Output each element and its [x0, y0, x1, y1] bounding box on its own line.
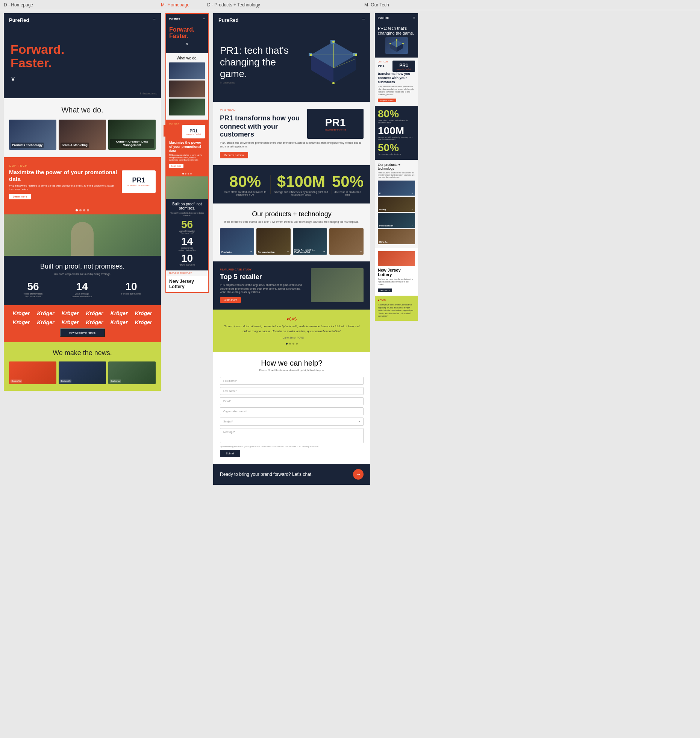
form-submit-button[interactable]: Submit — [220, 450, 240, 457]
dp-product-card-4[interactable]: → — [329, 228, 364, 255]
cta-circle-button[interactable]: → — [353, 469, 364, 480]
mobile-pr1-learn-button[interactable]: Learn more — [169, 164, 183, 168]
m-product-card-2[interactable]: Pricing... → — [378, 197, 415, 212]
dp-case-learn-button[interactable]: Learn more — [220, 297, 241, 303]
dp-products-tech: Our products + technology If the solutio… — [213, 203, 370, 261]
kroger-logo-7: Kröger — [13, 319, 30, 325]
mobile-service-2[interactable] — [169, 80, 205, 97]
m-product-card-4[interactable]: Many X... → — [378, 229, 415, 244]
news-card-3[interactable]: Explore Us — [108, 361, 156, 384]
m-dot-3[interactable] — [188, 173, 189, 175]
desktop-home-news: We make the news. Explore Us Explore Us … — [4, 342, 161, 391]
m-dot-2[interactable] — [185, 173, 186, 175]
svg-point-19 — [402, 43, 404, 44]
dp-case-study: Featured Case Study Top 5 retailer PR1 e… — [213, 261, 370, 310]
news-card-2[interactable]: Explore Us — [59, 361, 106, 384]
what-we-do-heading: What we do. — [9, 106, 156, 114]
kroger-logo-3: Kröger — [62, 310, 79, 316]
desktop-products-hamburger-icon[interactable]: ≡ — [362, 17, 365, 23]
stats-row: 56 years of innovationYep, since 1967 14… — [9, 281, 156, 299]
message-field[interactable]: Message* — [220, 428, 364, 443]
subject-select[interactable]: Subject* ▾ — [220, 418, 364, 426]
service-card-3[interactable]: Content Creation Data Management — [108, 120, 156, 150]
dot-3[interactable] — [83, 209, 85, 211]
mobile-stat-3-label: Fortune 500 Clients — [169, 264, 205, 266]
m-tech-products-heading: Our products + technology — [378, 163, 415, 170]
contact-heading: How we can help? — [220, 359, 364, 367]
dp-product-arrow-2: → — [286, 250, 289, 253]
m-product-card-1[interactable]: P... → — [378, 181, 415, 196]
dp-stat-1: 80% more offers created and delivered to… — [220, 173, 270, 196]
firstname-field[interactable]: First name* — [220, 377, 364, 385]
how-deliver-results-button[interactable]: How we deliver results — [60, 328, 105, 337]
m-pr1-logo-card: PR1 powered by PureRed — [392, 61, 415, 72]
testimonial-attribution: — Jane Smith / CVS — [220, 336, 364, 339]
mobile-stats-heading: Built on proof, not promises. — [169, 202, 205, 210]
col2-header: M- Homepage — [161, 2, 207, 8]
kroger-logo-5: Kröger — [111, 310, 128, 316]
mobile-tech-heading: PR1: tech that's changing the game. — [378, 26, 415, 36]
m-tech-request-button[interactable]: Request a demo — [378, 99, 396, 102]
m-nj-learn-button[interactable]: Learn more — [378, 289, 392, 292]
m-product-card-3[interactable]: Personalization → — [378, 213, 415, 228]
news-card-1[interactable]: Explore Us — [9, 361, 56, 384]
dp-request-demo-button[interactable]: Request a demo — [220, 152, 248, 158]
dp-product-card-2[interactable]: Personalization → — [256, 228, 291, 255]
service-card-1[interactable]: Products Technology — [9, 120, 56, 150]
inbasecamp-label: In basecamp — [140, 92, 157, 95]
mobile-home-hamburger-icon[interactable]: ≡ — [203, 17, 205, 20]
m-tech-stat-3-label: decrease in production time — [378, 153, 415, 156]
mobile-side-indicator — [164, 125, 165, 137]
t-dot-4[interactable] — [296, 343, 298, 345]
m-dot-1[interactable] — [182, 173, 184, 175]
dp-stat-3-label: decrease in production time — [332, 191, 364, 196]
m-dot-4[interactable] — [190, 173, 192, 175]
mobile-service-1[interactable] — [169, 62, 205, 79]
m-tech-stat-2-label: savings and efficiencies by removing pri… — [378, 136, 415, 141]
kroger-logo-8: Kröger — [37, 319, 55, 325]
contact-sub: Please fill out this form and we will ge… — [220, 369, 364, 372]
service-card-2-label: Sales & Marketing — [61, 143, 89, 148]
mobile-stat-2-num: 14 — [169, 236, 205, 247]
dp-case-text: Featured Case Study Top 5 retailer PR1 e… — [220, 268, 306, 303]
service-card-2[interactable]: Sales & Marketing — [59, 120, 106, 150]
stat-3-number: 10 — [121, 281, 141, 293]
t-dot-1[interactable] — [286, 343, 288, 345]
dp-pr1-powered: powered by PureRed — [325, 129, 346, 131]
mobile-chevron-icon: ∨ — [169, 42, 205, 46]
dot-1[interactable] — [76, 209, 78, 211]
stat-1-label: years of innovationYep, since 1967 — [24, 293, 42, 299]
t-dot-2[interactable] — [289, 343, 291, 345]
m-pr1-lg-pow: powered by PureRed — [397, 68, 411, 70]
news-tag-3: Explore Us — [110, 380, 121, 383]
desktop-home-hamburger-icon[interactable]: ≡ — [153, 17, 156, 23]
desktop-home-brand: PureRed — [9, 17, 29, 23]
t-dot-3[interactable] — [292, 343, 294, 345]
org-field[interactable]: Organization name* — [220, 407, 364, 415]
dp-stat-1-label: more offers created and delivered to cus… — [220, 191, 270, 196]
dp-stat-1-num: 80% — [220, 173, 270, 191]
lastname-field[interactable]: Last name* — [220, 387, 364, 395]
m-product-arrow-1: → — [411, 192, 414, 194]
dp-inbasecamp: In basecamp — [220, 81, 298, 84]
subject-placeholder: Subject* — [223, 420, 233, 423]
svg-point-12 — [310, 54, 312, 56]
email-field[interactable]: Email* — [220, 397, 364, 405]
dp-product-label-2: Personalization — [258, 251, 274, 253]
pr1-learn-more-button[interactable]: Learn more — [9, 194, 31, 199]
stat-1-number: 56 — [24, 281, 42, 293]
dp-product-card-3[interactable]: Many X... (DAMP3... PurPos...APIs) → — [293, 228, 327, 255]
dp-transforms-body: Plan, create and deliver more promotiona… — [220, 141, 364, 149]
mobile-service-3[interactable] — [169, 99, 205, 115]
dp-case-body: PR1 empowered one of the largest US phar… — [220, 283, 306, 294]
dot-4[interactable] — [87, 209, 89, 211]
pr1-powered-text: powered by PureRed — [127, 184, 150, 187]
kroger-row-2: Kröger Kröger Kröger Kröger Kröger Kröge… — [9, 319, 156, 325]
dot-2[interactable] — [79, 209, 82, 211]
dp-stat-3: 50% decrease in production time — [332, 173, 364, 196]
dp-product-card-1[interactable]: Product... → — [220, 228, 254, 255]
mobile-tech-hero: PR1: tech that's changing the game. — [375, 22, 418, 58]
mobile-nj-lottery: New Jersey Lottery — [166, 276, 208, 292]
mobile-tech-hamburger-icon[interactable]: ≡ — [413, 16, 415, 20]
tech-illustration — [303, 38, 364, 91]
